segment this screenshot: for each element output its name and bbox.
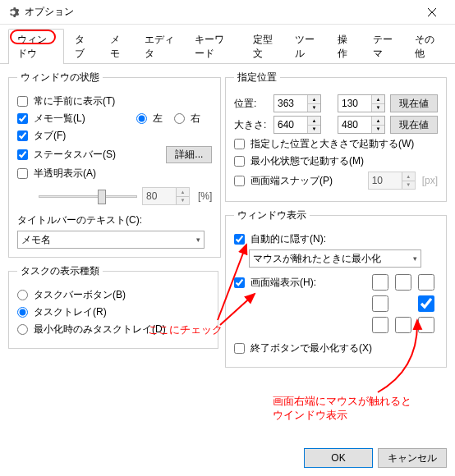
tab-1[interactable]: タブ xyxy=(66,29,99,64)
window-title: オプション xyxy=(25,5,416,19)
pos-current-button[interactable]: 現在値 xyxy=(390,94,438,112)
tab-3[interactable]: エディタ xyxy=(136,29,184,64)
launch-position-checkbox[interactable]: 指定した位置と大きさで起動する(W) xyxy=(234,137,414,151)
size-label: 大きさ: xyxy=(234,118,269,132)
memo-list-checkbox[interactable]: メモ一覧(L) xyxy=(17,112,85,126)
tab-strip: ウィンドウタブメモエディタキーワード定型文ツール操作テーマその他 xyxy=(0,25,455,64)
cancel-button[interactable]: キャンセル xyxy=(378,448,447,468)
tab-checkbox[interactable]: タブ(F) xyxy=(17,129,66,143)
tab-7[interactable]: 操作 xyxy=(329,29,362,64)
tab-9[interactable]: その他 xyxy=(406,29,447,64)
tasktray-radio[interactable]: タスクトレイ(R) xyxy=(17,305,107,319)
edge-grid-n[interactable] xyxy=(395,274,411,291)
snap-checkbox[interactable]: 画面端スナップ(P) xyxy=(234,174,333,188)
annotation-right-edge-1: 画面右端にマウスが触れると xyxy=(273,394,411,409)
spinner-up-icon[interactable]: ▲ xyxy=(177,188,189,197)
taskbar-button-radio[interactable]: タスクバーボタン(B) xyxy=(17,288,126,302)
opacity-spinner[interactable]: ▲▼ xyxy=(142,187,190,205)
titlebar-text-select[interactable]: メモ名 ▾ xyxy=(17,231,205,249)
annotation-right-edge-2: ウインドウ表示 xyxy=(273,408,347,423)
window-display-group: ウィンドウ表示 自動的に隠す(N): マウスが離れたときに最小化 ▾ 画面端表示… xyxy=(225,208,447,368)
tab-5[interactable]: 定型文 xyxy=(244,29,285,64)
side-left-radio[interactable]: 左 xyxy=(136,112,163,126)
edge-grid-ne[interactable] xyxy=(418,274,434,291)
position-label: 位置: xyxy=(234,97,269,111)
position-group: 指定位置 位置: ▲▼ ▲▼ 現在値 大きさ: ▲▼ ▲▼ 現在値 指定した位置… xyxy=(225,71,447,202)
pos-y-spinner[interactable]: ▲▼ xyxy=(338,94,385,112)
close-button[interactable] xyxy=(416,1,448,24)
window-state-group: ウィンドウの状態 常に手前に表示(T) メモ一覧(L) 左 右 タブ(F) ステ… xyxy=(8,71,221,258)
opacity-unit: [%] xyxy=(198,190,212,202)
opacity-slider[interactable] xyxy=(39,187,137,205)
titlebar-text-label: タイトルバーのテキスト(C): xyxy=(17,213,212,227)
edge-grid-nw[interactable] xyxy=(372,274,388,291)
size-h-spinner[interactable]: ▲▼ xyxy=(338,116,385,134)
chevron-down-icon: ▾ xyxy=(196,236,200,244)
always-top-checkbox[interactable]: 常に手前に表示(T) xyxy=(17,94,115,108)
edge-display-checkbox[interactable]: 画面端表示(H): xyxy=(234,276,316,290)
edge-grid-e[interactable] xyxy=(418,295,434,312)
side-right-radio[interactable]: 右 xyxy=(174,112,200,126)
size-current-button[interactable]: 現在値 xyxy=(390,116,438,134)
tab-6[interactable]: ツール xyxy=(286,29,327,64)
translucent-checkbox[interactable]: 半透明表示(A) xyxy=(17,167,96,181)
taskbar-group: タスクの表示種類 タスクバーボタン(B) タスクトレイ(R) 最小化時のみタスク… xyxy=(8,264,218,349)
taskbar-legend: タスクの表示種類 xyxy=(17,264,103,278)
statusbar-details-button[interactable]: 詳細... xyxy=(166,146,212,163)
edge-grid xyxy=(372,274,434,333)
edge-grid-w[interactable] xyxy=(372,295,388,312)
tab-4[interactable]: キーワード xyxy=(186,29,241,64)
dialog-buttons: OK キャンセル xyxy=(304,448,447,468)
launch-minimized-checkbox[interactable]: 最小化状態で起動する(M) xyxy=(234,154,364,168)
statusbar-checkbox[interactable]: ステータスバー(S) xyxy=(17,148,116,162)
tab-2[interactable]: メモ xyxy=(101,29,135,64)
position-legend: 指定位置 xyxy=(234,71,280,85)
gear-icon xyxy=(7,6,20,19)
pos-x-spinner[interactable]: ▲▼ xyxy=(273,94,321,112)
edge-grid-s[interactable] xyxy=(395,317,411,333)
tab-0[interactable]: ウィンドウ xyxy=(8,29,64,64)
snap-unit: [px] xyxy=(422,175,438,186)
size-w-spinner[interactable]: ▲▼ xyxy=(273,116,321,134)
window-display-legend: ウィンドウ表示 xyxy=(234,208,310,222)
window-state-legend: ウィンドウの状態 xyxy=(17,71,103,85)
edge-grid-se[interactable] xyxy=(418,317,434,333)
ok-button[interactable]: OK xyxy=(304,448,373,468)
titlebar: オプション xyxy=(0,0,455,25)
auto-hide-select[interactable]: マウスが離れたときに最小化 ▾ xyxy=(249,249,421,268)
tab-8[interactable]: テーマ xyxy=(364,29,405,64)
exit-minimize-checkbox[interactable]: 終了ボタンで最小化する(X) xyxy=(234,341,372,355)
edge-grid-sw[interactable] xyxy=(372,317,388,333)
auto-hide-checkbox[interactable]: 自動的に隠す(N): xyxy=(234,232,326,246)
snap-spinner[interactable]: ▲▼ xyxy=(368,172,416,190)
minimize-only-radio[interactable]: 最小化時のみタスクトレイ(D) xyxy=(17,323,166,336)
spinner-down-icon[interactable]: ▼ xyxy=(177,197,189,205)
chevron-down-icon: ▾ xyxy=(413,254,417,263)
